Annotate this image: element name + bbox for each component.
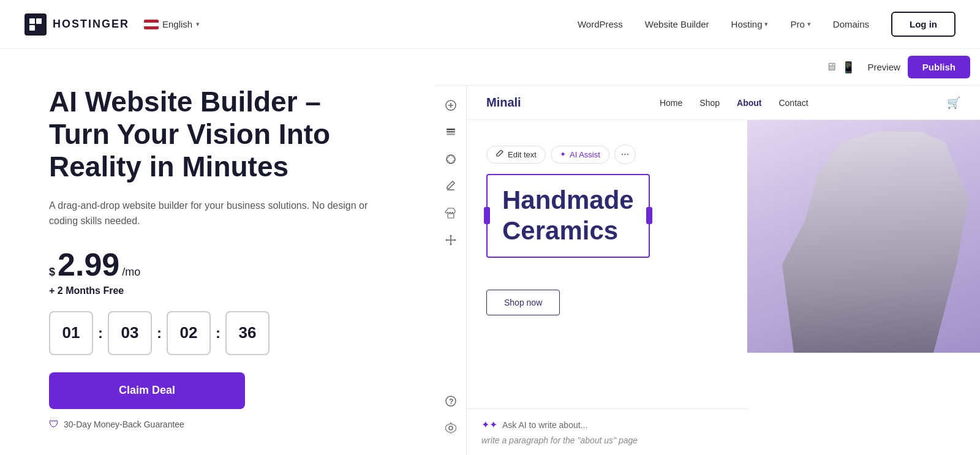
svg-rect-7	[447, 133, 455, 135]
site-navbar: Minali Home Shop About Contact 🛒	[467, 86, 980, 120]
hero-section: AI Website Builder –Turn Your Vision Int…	[0, 49, 435, 455]
logo-text: HOSTINGER	[53, 18, 129, 31]
site-hero: Edit text ✦ AI Assist ···	[467, 120, 980, 353]
builder-sidebar: ?	[435, 86, 467, 455]
countdown-minutes: 03	[108, 311, 152, 355]
builder-canvas: Minali Home Shop About Contact 🛒	[467, 86, 980, 455]
publish-button[interactable]: Publish	[908, 56, 970, 78]
countdown-sep-3: :	[216, 325, 221, 342]
site-nav-shop[interactable]: Shop	[699, 98, 720, 108]
pricing-block: $ 2.99 /mo	[49, 249, 398, 280]
nav-pro[interactable]: Pro ▾	[790, 19, 810, 29]
site-nav-about[interactable]: About	[737, 98, 761, 108]
site-hero-image	[747, 120, 980, 353]
edit-toolbar: Edit text ✦ AI Assist ···	[486, 145, 728, 164]
language-label: English	[162, 19, 192, 29]
countdown-hours: 01	[49, 311, 93, 355]
flag-icon	[144, 20, 159, 29]
svg-rect-0	[29, 18, 35, 24]
ai-assist-label: AI Assist	[570, 150, 600, 159]
svg-rect-8	[447, 129, 455, 130]
settings-icon[interactable]	[439, 416, 463, 440]
site-hero-content: Edit text ✦ AI Assist ···	[467, 120, 747, 353]
svg-point-9	[447, 155, 455, 164]
sparkle-icon: ✦	[560, 150, 566, 159]
ai-assist-button[interactable]: ✦ AI Assist	[551, 146, 609, 164]
builder-wrapper: 🖥 📱 Preview Publish	[435, 49, 980, 455]
hero-title: AI Website Builder –Turn Your Vision Int…	[49, 86, 398, 183]
svg-marker-14	[450, 235, 452, 236]
site-nav-home[interactable]: Home	[660, 98, 682, 108]
ai-sparkle-icon: ✦✦	[481, 419, 497, 431]
claim-deal-button[interactable]: Claim Deal	[49, 372, 245, 409]
guarantee-badge: 🛡 30-Day Money-Back Guarantee	[49, 419, 398, 430]
shield-icon: 🛡	[49, 419, 59, 430]
resize-handle-left[interactable]	[484, 207, 490, 224]
device-switcher: 🖥 📱	[826, 61, 855, 74]
help-icon[interactable]: ?	[439, 389, 463, 413]
price-period: /mo	[122, 266, 140, 279]
resize-handle-right[interactable]	[646, 207, 652, 224]
nav-wordpress[interactable]: WordPress	[578, 19, 623, 29]
store-icon[interactable]	[439, 201, 463, 225]
svg-rect-6	[447, 131, 455, 133]
countdown-timer: 01 : 03 : 02 : 36	[49, 311, 398, 355]
price-dollar: $	[49, 266, 55, 279]
add-element-icon[interactable]	[439, 93, 463, 118]
guarantee-text: 30-Day Money-Back Guarantee	[64, 419, 184, 429]
shop-now-button[interactable]: Shop now	[486, 290, 560, 315]
editable-text-box[interactable]: HandmadeCeramics	[486, 174, 650, 258]
top-nav: HOSTINGER English ▾ WordPress Website Bu…	[0, 0, 980, 49]
builder-toolbar: 🖥 📱 Preview Publish	[435, 49, 980, 86]
desktop-icon[interactable]: 🖥	[826, 61, 837, 73]
chevron-down-icon: ▾	[196, 20, 200, 28]
svg-rect-1	[36, 18, 42, 24]
svg-marker-16	[445, 239, 447, 241]
ai-panel-header-text: Ask AI to write about...	[502, 420, 587, 430]
design-icon[interactable]	[439, 147, 463, 171]
builder-section: 🖥 📱 Preview Publish	[435, 49, 980, 455]
price-amount: 2.99	[58, 249, 119, 280]
nav-hosting[interactable]: Hosting ▾	[731, 19, 769, 29]
edit-text-button[interactable]: Edit text	[486, 146, 546, 164]
preview-button[interactable]: Preview	[867, 62, 900, 72]
nav-website-builder[interactable]: Website Builder	[645, 19, 709, 29]
countdown-sep-2: :	[157, 325, 162, 342]
language-selector[interactable]: English ▾	[144, 19, 200, 29]
builder-body: ? Minali Home	[435, 86, 980, 455]
logo[interactable]: HOSTINGER	[24, 13, 129, 36]
svg-point-20	[449, 426, 453, 430]
login-button[interactable]: Log in	[891, 12, 956, 37]
nav-left: HOSTINGER English ▾	[24, 13, 200, 36]
nav-right: WordPress Website Builder Hosting ▾ Pro …	[578, 12, 956, 37]
countdown-ms: 36	[225, 311, 270, 355]
cart-icon[interactable]: 🛒	[947, 96, 960, 110]
move-icon[interactable]	[439, 228, 463, 252]
ceramics-title: HandmadeCeramics	[502, 185, 634, 247]
site-logo: Minali	[486, 96, 521, 110]
hero-subtitle: A drag-and-drop website builder for your…	[49, 198, 398, 229]
ai-panel-input-text[interactable]: write a paragraph for the "about us" pag…	[481, 435, 733, 445]
countdown-sep-1: :	[98, 325, 103, 342]
logo-icon	[24, 13, 47, 36]
edit-text-label: Edit text	[508, 150, 537, 159]
main-layout: AI Website Builder –Turn Your Vision Int…	[0, 49, 980, 455]
svg-text:?: ?	[449, 397, 453, 406]
ai-panel-header: ✦✦ Ask AI to write about...	[481, 419, 733, 431]
sidebar-bottom: ?	[439, 389, 463, 448]
pro-chevron-icon: ▾	[807, 20, 811, 28]
svg-rect-11	[448, 214, 454, 218]
countdown-seconds: 02	[167, 311, 211, 355]
free-months-label: + 2 Months Free	[49, 285, 398, 296]
edit-icon[interactable]	[439, 174, 463, 198]
layers-icon[interactable]	[439, 120, 463, 145]
site-nav-contact[interactable]: Contact	[778, 98, 808, 108]
nav-domains[interactable]: Domains	[833, 19, 869, 29]
svg-rect-2	[29, 25, 35, 31]
more-options-button[interactable]: ···	[614, 145, 636, 164]
svg-marker-15	[450, 244, 452, 246]
ai-writing-panel: ✦✦ Ask AI to write about... write a para…	[467, 408, 747, 455]
svg-marker-17	[454, 239, 456, 241]
site-nav-links: Home Shop About Contact	[660, 98, 809, 108]
mobile-icon[interactable]: 📱	[842, 61, 855, 74]
